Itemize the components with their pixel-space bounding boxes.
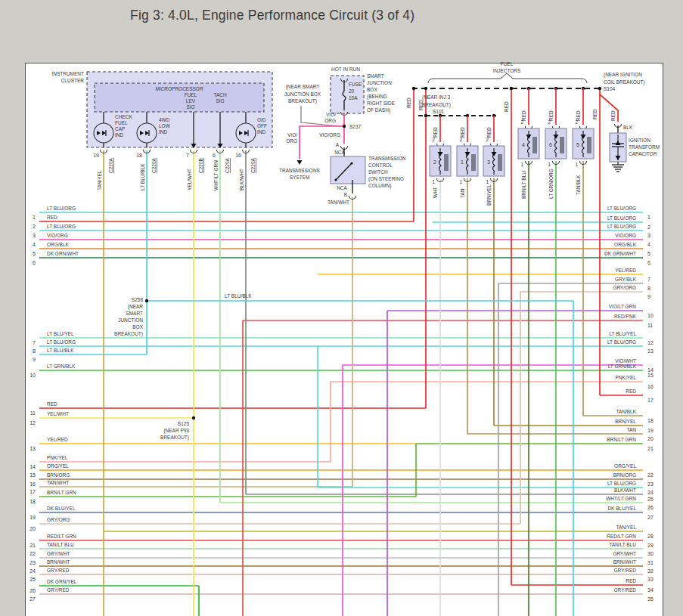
wire-label-right-30: TAN/LT BLU	[609, 542, 636, 547]
rotated-wire-label: TAN/BLK	[576, 175, 581, 195]
hot-in-run-label: HOT IN RUN	[331, 67, 360, 72]
splice-dot	[334, 178, 337, 181]
indicator-label: IND	[159, 129, 168, 135]
rotated-wire-label: RED	[592, 109, 598, 119]
wire-number-left-20: 20	[29, 526, 36, 531]
wire-number-right-31: 31	[647, 560, 654, 565]
s101-note: BREAKOUT)	[422, 102, 451, 108]
smart-junction-box-label: RIGHT SIDE	[367, 101, 396, 106]
s258-label: SMART	[126, 311, 143, 316]
pin-wire-label: TAN/YEL	[97, 170, 102, 190]
wire-label-left-18: BRN/LT GRN	[47, 490, 76, 495]
wire-number-right-26: 26	[647, 505, 654, 510]
signal-label: SIG	[186, 104, 194, 110]
wire-number-left-6: 6	[33, 260, 36, 265]
wire-label-right-16: PNK/YEL	[616, 375, 637, 380]
s101-note: S101	[433, 109, 445, 114]
wire-number-right-34: 34	[647, 587, 654, 593]
wire-label-right-33: GRY/RED	[614, 568, 637, 573]
splice-dot	[510, 87, 513, 90]
wire-label-right-6: DK GRN/WHT	[604, 251, 636, 256]
wire-number-left-18: 18	[29, 499, 36, 504]
wire-number-left-5: 5	[33, 251, 36, 256]
wire-number-left-12: 12	[29, 420, 36, 426]
injector-number: 2	[433, 159, 436, 165]
pin-b-label: B	[344, 192, 347, 197]
wire-label-right-29: RED/LT GRN	[607, 534, 636, 539]
wire-label-right-31: GRY/WHT	[613, 551, 636, 556]
wire-label-left-10: LT GRN/BLK	[47, 364, 76, 369]
smart-junction-box-label: OF DASH)	[367, 107, 390, 113]
wire-label-right-28: TAN/YEL	[616, 525, 636, 530]
wire-number-right-21: 21	[647, 446, 654, 451]
wire-number-right-23: 23	[647, 481, 654, 487]
connector-label: C220A	[225, 157, 230, 173]
injector-number: 5	[576, 142, 579, 147]
wire-label-left-21: RED/LT GRN	[47, 534, 76, 539]
wire-number-right-14: 14	[647, 367, 654, 373]
ignition-capacitor-label: TRANSFORM	[629, 144, 660, 150]
smart-junction-box-label: SMART	[367, 73, 384, 79]
injector-pin-top: 2	[520, 119, 523, 125]
rotated-wire-label: RED	[433, 127, 438, 138]
wire-number-right-18: 18	[647, 418, 654, 423]
wire-label-right-22: ORG/YEL	[614, 463, 636, 469]
s237-label: S237	[349, 124, 362, 129]
wire-label-left-22: TAN/LT BLU	[47, 542, 74, 547]
connector-label: C220A	[151, 157, 157, 173]
injector-pin-top: 2	[548, 119, 551, 125]
wire-label-left-14: PNK/YEL	[47, 455, 68, 460]
wire-number-left-21: 21	[29, 543, 36, 548]
s104-note: (NEAR IGNITION	[604, 72, 642, 78]
wire-number-left-14: 14	[29, 464, 36, 469]
wire-label-left-5: ORG/BLK	[47, 242, 70, 247]
smart-junction-box-label: JUNCTION	[367, 80, 392, 85]
wire-number-left-4: 4	[33, 242, 36, 247]
wire-label-right-15: LT GRN/BLK	[608, 364, 637, 369]
signal-label: FUEL	[185, 92, 197, 98]
wire-label-left-15: ORG/YEL	[47, 463, 69, 469]
wire-number-right-5: 5	[647, 251, 650, 256]
breakout-note: JUNCTION BOX	[284, 91, 321, 97]
transmission-control-switch-label: CONTROL	[368, 163, 393, 168]
signal-label: LEV	[186, 98, 196, 104]
pin-number: 7	[186, 153, 189, 158]
connector-label: C220A	[250, 157, 256, 173]
wire-number-right-27: 27	[647, 515, 654, 520]
rotated-wire-label: BRN/LT BLU	[521, 171, 526, 199]
wire-label-right-7: YEL/RED	[615, 268, 636, 273]
wire-label-left-12: YEL/WHT	[47, 411, 69, 416]
indicator-label: IND	[257, 129, 266, 135]
rotated-wire-label: RED	[460, 127, 465, 138]
wire-label-left-6: DK GRN/WHT	[47, 251, 79, 256]
wire-number-right-2: 2	[647, 224, 650, 230]
indicator-label: LOW	[159, 123, 171, 128]
injector-pin-bottom: 1	[548, 162, 551, 167]
wire-number-left-1: 1	[33, 215, 36, 220]
wire-number-right-9: 9	[647, 294, 650, 299]
transmissions-system-label: SYSTEM	[290, 175, 310, 180]
wire-number-right-6: 6	[647, 260, 650, 265]
splice-dot	[192, 416, 195, 419]
indicator-label: O/D	[257, 117, 266, 122]
wire-label-right-34: RED	[626, 578, 636, 583]
wire-label-right-11: RED/PNK	[614, 314, 637, 319]
rotated-wire-label: LT GRN/ORG	[548, 169, 554, 199]
smart-junction-box-label: BOX	[367, 87, 377, 92]
fuse-label: 10A	[349, 95, 358, 101]
injector-number: 4	[522, 142, 525, 147]
pin-a-label: A	[336, 142, 340, 147]
instrument-cluster-label: INSTRUMENT	[51, 71, 84, 76]
wire-label-right-3: LT BLU/ORG	[607, 224, 636, 229]
wire-label-left-25: GRY/RED	[47, 568, 70, 573]
wire-number-right-13: 13	[647, 348, 654, 354]
s125-label: S125	[178, 421, 190, 426]
signal-label: TACH	[213, 92, 227, 98]
screenshot-root: Fig 3: 4.0L, Engine Performance Circuit …	[0, 0, 683, 616]
wire-number-right-19: 19	[647, 428, 654, 433]
wire-label-left-3: LT BLU/ORG	[47, 224, 76, 229]
transmissions-system-label: TRANSMISSIONS	[279, 168, 320, 173]
wire-number-left-25: 25	[29, 577, 36, 582]
wire-label-right-14: VIO/WHT	[615, 358, 636, 364]
wire-label-left-17: TAN/WHT	[47, 480, 69, 485]
